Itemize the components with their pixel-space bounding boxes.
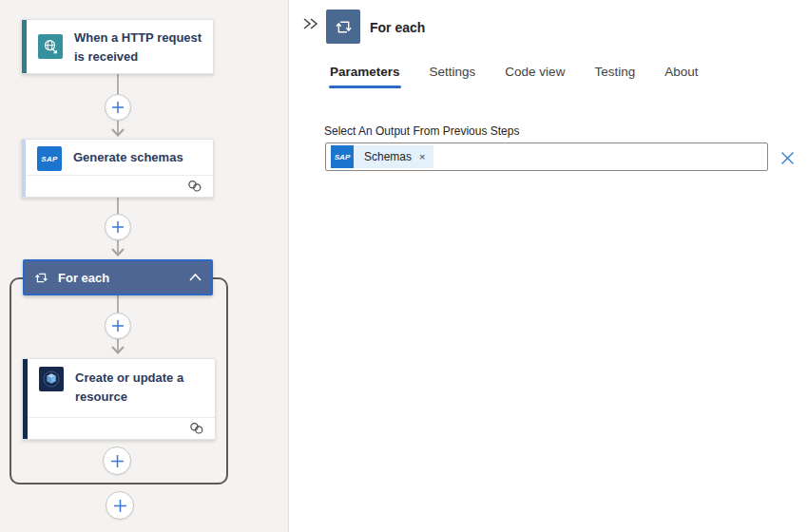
insert-step-button[interactable] [105, 313, 131, 339]
panel-title: For each [370, 20, 425, 35]
for-each-panel-icon [326, 10, 360, 44]
insert-step-button[interactable] [106, 491, 134, 520]
collapse-panel-button[interactable] [298, 12, 321, 35]
for-each-loop-icon [34, 271, 48, 285]
tab-code-view[interactable]: Code view [504, 63, 566, 88]
tab-testing[interactable]: Testing [593, 63, 636, 88]
double-chevron-right-icon [302, 17, 318, 30]
http-request-icon [38, 34, 63, 59]
action-card-create-or-update-resource[interactable]: Create or update a resource [22, 358, 216, 440]
action-card-for-each-selected[interactable]: For each [23, 259, 213, 295]
action-card-generate-schemas[interactable]: SAP Generate schemas [21, 139, 214, 198]
select-output-field-label: Select An Output From Previous Steps [324, 124, 519, 138]
token-text: Schemas [364, 150, 412, 163]
connector-arrow-icon [111, 248, 125, 256]
trigger-card-when-http-request-received[interactable]: When a HTTP request is received [21, 19, 214, 74]
tab-about[interactable]: About [664, 63, 699, 88]
panel-tabs: Parameters Settings Code view Testing Ab… [329, 63, 699, 88]
tab-parameters[interactable]: Parameters [329, 63, 401, 88]
select-output-combobox[interactable]: SAP Schemas × [325, 142, 768, 171]
insert-step-button[interactable] [105, 214, 131, 240]
schemas-token[interactable]: SAP Schemas × [331, 145, 433, 168]
connector-arrow-icon [111, 128, 125, 137]
sap-token-icon: SAP [331, 145, 354, 168]
insert-step-button[interactable] [103, 446, 131, 475]
insert-step-button[interactable] [105, 94, 131, 121]
tab-settings[interactable]: Settings [429, 63, 477, 88]
action-details-panel: For each Parameters Settings Code view T… [288, 0, 808, 532]
remove-token-icon[interactable]: × [419, 151, 425, 162]
sap-connector-icon: SAP [37, 146, 62, 171]
for-each-card-title: For each [58, 271, 109, 285]
trigger-card-title: When a HTTP request is received [74, 27, 203, 66]
connection-icon [188, 422, 205, 435]
clear-selection-button[interactable] [776, 146, 798, 169]
action-card-title: Create or update a resource [75, 367, 205, 407]
workflow-canvas[interactable]: When a HTTP request is received SAP Gene… [0, 0, 288, 532]
collapse-scope-chevron-up-icon[interactable] [189, 274, 202, 281]
action-card-title: Generate schemas [73, 146, 183, 167]
azure-resource-cube-icon [39, 367, 64, 391]
connection-icon [186, 180, 203, 193]
clear-x-icon [780, 151, 795, 165]
logic-app-designer: When a HTTP request is received SAP Gene… [0, 0, 808, 532]
